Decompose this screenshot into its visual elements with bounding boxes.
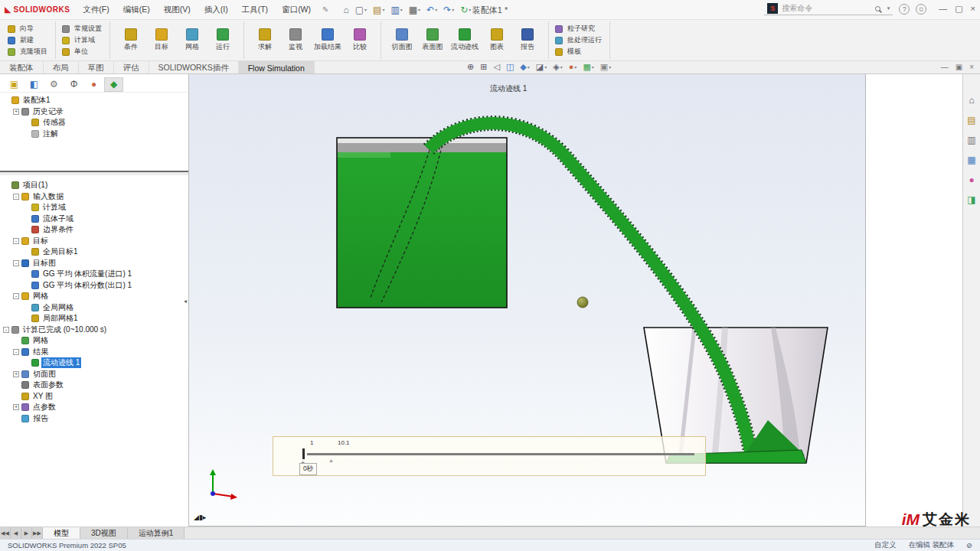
view-settings-icon[interactable]: ▣▾: [599, 62, 612, 72]
search-input[interactable]: 搜索命令: [782, 3, 871, 14]
zoom-area-icon[interactable]: ⊞▾: [479, 62, 488, 72]
tree-item[interactable]: 表面参数: [0, 380, 188, 391]
restore-button[interactable]: ▢: [955, 4, 962, 14]
ribbon-command[interactable]: 监视: [280, 23, 311, 57]
view-orientation-icon[interactable]: ◆▾: [518, 62, 531, 72]
flow-simulation-tab[interactable]: ◆: [104, 77, 123, 92]
menu-item[interactable]: 插入(I): [198, 2, 235, 18]
ribbon-command[interactable]: 克隆项目: [7, 47, 50, 57]
ribbon-command[interactable]: 常规设置: [61, 24, 104, 34]
new-document-icon[interactable]: ▢▾: [353, 4, 369, 16]
minimize-button[interactable]: —: [939, 4, 947, 14]
tree-item[interactable]: 流体子域: [0, 214, 188, 225]
featuremanager-tab[interactable]: ▣: [5, 77, 24, 92]
tree-item[interactable]: 报告: [0, 413, 188, 425]
display-style-icon[interactable]: ◪▾: [534, 62, 548, 72]
ribbon-command[interactable]: 报告: [512, 23, 543, 57]
tree-item[interactable]: GG 平均 体积分数(出口) 1: [0, 280, 188, 292]
document-tab[interactable]: 3D视图: [80, 527, 128, 539]
menu-item[interactable]: 文件(F): [76, 2, 116, 18]
tree-item[interactable]: +历史记录: [0, 106, 188, 118]
save-icon[interactable]: ▥▾: [388, 4, 404, 16]
tab-scroll-next[interactable]: ▶: [21, 527, 32, 539]
command-tab[interactable]: 装配体: [0, 61, 44, 73]
panel-splitter[interactable]: [0, 171, 188, 175]
doc-close-icon[interactable]: ×: [969, 63, 974, 71]
zoom-fit-icon[interactable]: ⊕▾: [466, 62, 475, 72]
command-tab[interactable]: 评估: [114, 61, 149, 73]
sw-resources-icon[interactable]: ⌂: [966, 94, 976, 106]
menu-item[interactable]: 窗口(W): [275, 2, 318, 18]
apply-scene-icon[interactable]: ▦▾: [581, 62, 595, 72]
ribbon-command[interactable]: 目标: [146, 23, 177, 57]
configurationmanager-tab[interactable]: ⚙: [44, 77, 64, 92]
file-explorer-icon[interactable]: ▥: [965, 134, 978, 146]
tree-item[interactable]: -目标图: [0, 258, 188, 269]
redo-icon[interactable]: ↷▾: [441, 4, 456, 16]
close-button[interactable]: ×: [971, 4, 975, 14]
menu-item[interactable]: 编辑(E): [116, 2, 157, 18]
tree-item[interactable]: 注解: [0, 129, 188, 140]
custom-properties-icon[interactable]: ◨: [965, 194, 978, 206]
ribbon-command[interactable]: 条件: [116, 23, 146, 57]
tab-scroll-prev[interactable]: ◀: [11, 527, 21, 539]
doc-restore-icon[interactable]: ▣: [956, 63, 962, 71]
ribbon-command[interactable]: 向导: [7, 24, 50, 34]
help-icon[interactable]: ?: [899, 4, 910, 15]
ribbon-command[interactable]: 新建: [7, 35, 50, 45]
graphics-viewport[interactable]: 流动迹线 1 1 10.1 + ▲ 0秒 ◢▮▸: [189, 74, 866, 527]
timeline-track[interactable]: [307, 453, 694, 455]
tree-item[interactable]: GG 平均 体积流量(进口) 1: [0, 269, 188, 280]
rebuild-icon[interactable]: ↻▾: [458, 4, 473, 16]
tree-item[interactable]: +切面图: [0, 369, 188, 380]
flow-trajectories-item[interactable]: 流动迹线 1: [0, 357, 188, 369]
tree-item[interactable]: 传感器: [0, 117, 188, 129]
document-tab[interactable]: 模型: [43, 527, 80, 539]
menu-item[interactable]: 视图(V): [157, 2, 198, 18]
ribbon-command[interactable]: 切面图: [387, 23, 417, 57]
design-library-icon[interactable]: ▤: [965, 114, 978, 126]
displaymanager-tab[interactable]: ●: [84, 77, 103, 92]
ribbon-command[interactable]: 加载结果: [311, 23, 345, 57]
home-icon[interactable]: ⌂▾: [341, 4, 351, 16]
ribbon-command[interactable]: 模板: [554, 47, 604, 57]
ribbon-command[interactable]: 流动迹线: [448, 23, 482, 57]
propertymanager-tab[interactable]: ◧: [24, 77, 44, 92]
ribbon-command[interactable]: 运行: [207, 23, 238, 57]
appearances-scenes-icon[interactable]: ●: [966, 174, 976, 186]
tab-scroll-first[interactable]: ◀◀: [0, 527, 11, 539]
search-commands-box[interactable]: S 搜索命令 ▾: [764, 2, 893, 15]
command-tab[interactable]: 布局: [44, 61, 79, 73]
sign-in-icon[interactable]: ☺: [916, 4, 926, 15]
view-palette-icon[interactable]: ▦: [965, 154, 978, 166]
ribbon-command[interactable]: 图表: [482, 23, 512, 57]
pin-menu-icon[interactable]: ✎: [318, 5, 333, 14]
status-custom[interactable]: 自定义: [874, 540, 897, 550]
print-icon[interactable]: ▦▾: [407, 4, 423, 16]
tree-item[interactable]: 项目(1): [0, 180, 188, 191]
ribbon-command[interactable]: 计算域: [61, 35, 104, 45]
tree-item[interactable]: -输入数据: [0, 191, 188, 203]
dimxpertmanager-tab[interactable]: Φ: [64, 77, 83, 92]
tree-item[interactable]: 计算域: [0, 202, 188, 214]
undo-icon[interactable]: ↶▾: [424, 4, 439, 16]
section-view-icon[interactable]: ◫▾: [505, 62, 515, 72]
open-icon[interactable]: ▤▾: [371, 4, 387, 16]
ribbon-command[interactable]: 网格: [177, 23, 207, 57]
tree-item[interactable]: 网格: [0, 335, 188, 347]
ribbon-command[interactable]: 批处理运行: [554, 35, 604, 45]
tree-item[interactable]: XY 图: [0, 391, 188, 403]
ribbon-command[interactable]: 单位: [61, 47, 104, 57]
command-tab[interactable]: 草图: [79, 61, 114, 73]
ribbon-command[interactable]: 比较: [345, 23, 375, 57]
hide-show-items-icon[interactable]: ◈▾: [551, 62, 564, 72]
tree-item[interactable]: 局部网格1: [0, 313, 188, 324]
menu-item[interactable]: 工具(T): [235, 2, 275, 18]
search-caret-icon[interactable]: ▾: [887, 5, 890, 11]
tree-item[interactable]: 全局目标1: [0, 246, 188, 258]
ribbon-command[interactable]: 表面图: [417, 23, 448, 57]
doc-minimize-icon[interactable]: —: [941, 63, 949, 71]
command-tab[interactable]: Flow Simulation: [239, 61, 315, 73]
search-icon[interactable]: [875, 6, 880, 11]
tree-item[interactable]: -结果: [0, 347, 188, 358]
